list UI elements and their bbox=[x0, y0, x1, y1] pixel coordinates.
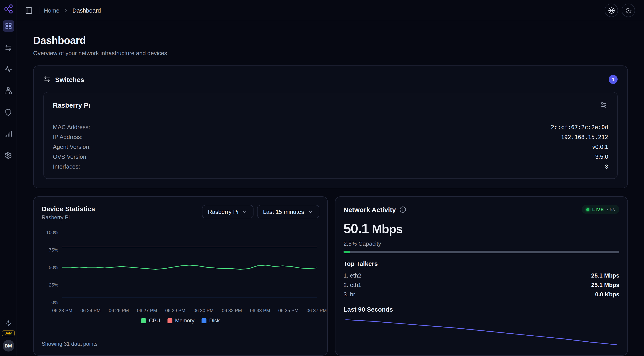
device-info-row: MAC Address: 2c:cf:67:2c:2e:0d bbox=[53, 122, 608, 132]
legend-swatch bbox=[168, 318, 172, 323]
device-statistics-card: Device Statistics Rasberry Pi Rasberry P… bbox=[33, 196, 328, 355]
arrows-left-right-icon bbox=[4, 44, 12, 51]
sidebar-item-topology[interactable] bbox=[2, 85, 14, 96]
x-axis-tick: 06:26 PM bbox=[108, 308, 129, 313]
throughput-unit: Mbps bbox=[372, 222, 402, 236]
device-select-value: Rasberry Pi bbox=[208, 208, 238, 215]
sidebar-item-security[interactable] bbox=[2, 106, 14, 118]
sidebar-item-activity[interactable] bbox=[2, 63, 14, 75]
sparkline-path bbox=[346, 320, 617, 345]
activity-icon bbox=[4, 65, 12, 73]
sidebar-item-settings[interactable] bbox=[2, 149, 14, 161]
x-axis-tick: 06:32 PM bbox=[222, 308, 242, 313]
switches-card-header: Switches 1 bbox=[44, 75, 618, 84]
shield-icon bbox=[4, 108, 12, 116]
page-content: Dashboard Overview of your network infra… bbox=[17, 21, 644, 355]
signal-bars-icon bbox=[4, 130, 12, 137]
x-axis-tick: 06:24 PM bbox=[80, 308, 100, 313]
layout-grid-icon bbox=[5, 23, 12, 30]
switches-count-badge: 1 bbox=[608, 75, 618, 84]
legend-item-memory: Memory bbox=[168, 317, 194, 324]
sliders-icon bbox=[600, 101, 607, 108]
sidebar-item-dashboard[interactable] bbox=[2, 20, 14, 32]
breadcrumb-current: Dashboard bbox=[72, 7, 101, 14]
device-card-header: Rasberry Pi bbox=[53, 100, 608, 109]
capacity-progress-fill bbox=[344, 251, 350, 253]
y-axis-tick: 25% bbox=[49, 282, 58, 287]
sidebar-item-statistics[interactable] bbox=[2, 128, 14, 139]
header-actions bbox=[604, 4, 635, 17]
chevron-down-icon bbox=[242, 209, 248, 215]
switches-title: Switches bbox=[55, 76, 84, 83]
network-activity-card: Network Activity LIVE • 5s 50.1 Mbps bbox=[335, 196, 628, 355]
info-label: MAC Address: bbox=[53, 123, 90, 130]
live-label: LIVE bbox=[592, 207, 604, 212]
info-icon[interactable] bbox=[400, 206, 406, 213]
x-axis-tick: 06:35 PM bbox=[278, 308, 298, 313]
network-activity-title: Network Activity bbox=[344, 206, 396, 213]
talker-row: 2. eth1 25.1 Mbps bbox=[344, 280, 619, 290]
beta-badge: Beta bbox=[2, 330, 15, 336]
info-value: 3 bbox=[605, 163, 608, 170]
legend-swatch bbox=[202, 318, 206, 323]
talker-name: 2. eth1 bbox=[344, 282, 362, 288]
bolt-icon bbox=[5, 320, 12, 327]
device-statistics-title: Device Statistics bbox=[42, 205, 95, 213]
language-button[interactable] bbox=[604, 4, 618, 17]
talker-name: 3. br bbox=[344, 291, 355, 298]
switch-device-card[interactable]: Rasberry Pi MAC Address: 2c:cf:67:2c:2e:… bbox=[44, 92, 618, 179]
top-talkers-list: 1. eth2 25.1 Mbps 2. eth1 25.1 Mbps 3. b… bbox=[344, 271, 619, 299]
sidebar-footer: Beta BM bbox=[2, 320, 15, 351]
throughput-sparkline bbox=[344, 317, 619, 347]
gear-icon bbox=[4, 151, 12, 159]
live-dot-icon bbox=[586, 208, 590, 211]
header-divider bbox=[39, 7, 40, 14]
legend-label: Disk bbox=[209, 317, 220, 324]
talker-row: 1. eth2 25.1 Mbps bbox=[344, 271, 619, 280]
sidebar-toggle-button[interactable] bbox=[23, 5, 34, 16]
x-axis-tick: 06:37 PM bbox=[306, 308, 327, 313]
top-talkers-title: Top Talkers bbox=[344, 260, 619, 267]
capacity-progress-track bbox=[344, 251, 619, 253]
device-settings-button[interactable] bbox=[599, 100, 608, 109]
legend-item-cpu: CPU bbox=[141, 317, 160, 324]
last-90-seconds-title: Last 90 Seconds bbox=[344, 306, 619, 313]
user-avatar[interactable]: BM bbox=[2, 340, 14, 351]
live-interval: • 5s bbox=[606, 207, 615, 212]
y-axis-tick: 75% bbox=[49, 247, 58, 252]
x-axis-tick: 06:23 PM bbox=[52, 308, 72, 313]
breadcrumb-home-link[interactable]: Home bbox=[44, 7, 59, 14]
time-range-select[interactable]: Last 15 minutes bbox=[257, 205, 319, 218]
talker-value: 25.1 Mbps bbox=[591, 282, 619, 288]
throughput-number: 50.1 bbox=[344, 221, 369, 236]
device-info-list: MAC Address: 2c:cf:67:2c:2e:0d IP Addres… bbox=[53, 122, 608, 171]
app-root: Beta BM Home Dashboard bbox=[0, 0, 644, 356]
main-area: Home Dashboard Dashboard Overview of you… bbox=[17, 0, 644, 356]
panel-left-icon bbox=[25, 7, 33, 14]
network-activity-header: Network Activity LIVE • 5s bbox=[344, 205, 619, 214]
device-info-row: IP Address: 192.168.15.212 bbox=[53, 132, 608, 142]
device-statistics-header: Device Statistics Rasberry Pi Rasberry P… bbox=[42, 205, 319, 221]
sidebar-nav bbox=[2, 20, 14, 161]
sidebar-item-switches[interactable] bbox=[2, 42, 14, 53]
info-label: OVS Version: bbox=[53, 153, 88, 160]
page-title: Dashboard bbox=[33, 35, 628, 47]
talker-row: 3. br 0.0 Kbps bbox=[344, 290, 619, 299]
live-status-badge: LIVE • 5s bbox=[582, 205, 619, 214]
x-axis-tick: 06:27 PM bbox=[137, 308, 157, 313]
device-name: Rasberry Pi bbox=[53, 101, 90, 109]
talker-value: 25.1 Mbps bbox=[591, 272, 619, 279]
data-points-note: Showing 31 data points bbox=[42, 336, 319, 347]
device-statistics-chart: 0%25%50%75%100%06:23 PM06:24 PM06:26 PM0… bbox=[42, 227, 319, 315]
legend-label: Memory bbox=[175, 317, 194, 324]
moon-icon bbox=[625, 7, 632, 14]
device-select[interactable]: Rasberry Pi bbox=[202, 205, 254, 218]
sidebar: Beta BM bbox=[0, 0, 17, 356]
breadcrumb: Home Dashboard bbox=[44, 7, 101, 14]
arrows-left-right-icon bbox=[44, 76, 50, 83]
info-label: IP Address: bbox=[53, 133, 83, 140]
theme-toggle-button[interactable] bbox=[622, 4, 635, 17]
app-logo-icon[interactable] bbox=[2, 3, 14, 15]
network-icon bbox=[4, 87, 12, 94]
info-value: v0.0.1 bbox=[592, 143, 608, 150]
